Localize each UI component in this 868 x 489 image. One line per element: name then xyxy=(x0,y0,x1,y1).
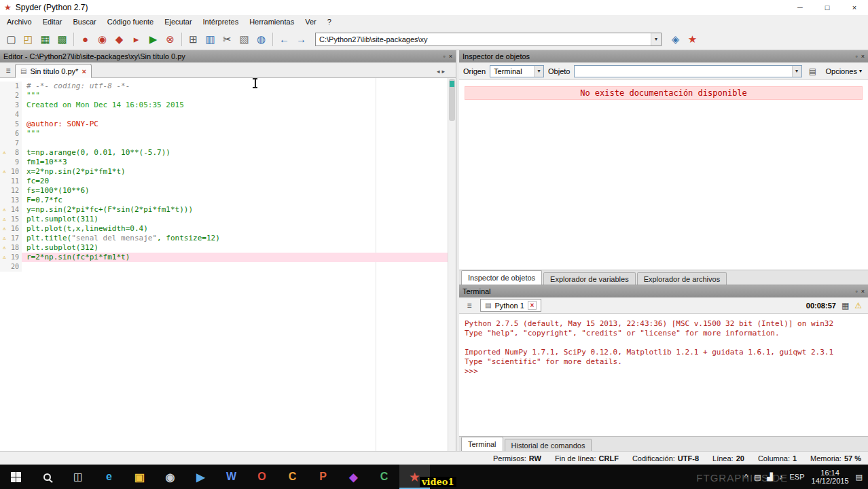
tab-scroll-left-icon[interactable]: ◂ xyxy=(437,68,440,75)
new-file-icon[interactable]: ▢ xyxy=(3,31,20,48)
line-number: 16 xyxy=(9,224,22,234)
menu-item[interactable]: Código fuente xyxy=(102,16,160,27)
close-icon[interactable]: × xyxy=(449,53,452,60)
toolbar: ▢◰▦▩●◉◆▸▶⊗⊞▥✂▧◍←→ C:\Python27\lib\site-p… xyxy=(0,29,868,50)
code-line: 12 fs=100*(10**6) xyxy=(0,186,456,196)
undock-icon[interactable]: ▫ xyxy=(856,53,858,60)
taskbar-powerpoint-icon[interactable]: P xyxy=(308,465,338,489)
terminal-output[interactable]: Python 2.7.5 (default, May 15 2013, 22:4… xyxy=(459,314,868,436)
plot-icon[interactable]: ▥ xyxy=(202,31,219,48)
object-input[interactable]: ▾ xyxy=(574,65,801,77)
gutter: 6 xyxy=(0,129,22,139)
chevron-down-icon[interactable]: ▾ xyxy=(534,66,543,77)
spyder-logo-icon: ★ xyxy=(4,3,12,12)
close-icon[interactable]: × xyxy=(861,53,865,60)
line-number: 8 xyxy=(9,148,22,158)
toolbar-left-icons: ▢◰▦▩●◉◆▸▶⊗⊞▥✂▧◍←→ xyxy=(3,31,310,48)
menu-item[interactable]: Ejecutar xyxy=(159,16,197,27)
undock-icon[interactable]: ▫ xyxy=(856,288,858,295)
taskbar-dvd-icon[interactable]: ◉ xyxy=(155,465,185,489)
menu-item[interactable]: Ver xyxy=(300,16,322,27)
panel-tab[interactable]: Explorador de variables xyxy=(543,272,636,285)
taskbar-opera-icon[interactable]: O xyxy=(247,465,277,489)
console-close-icon[interactable]: × xyxy=(528,301,537,310)
browse-tabs-icon[interactable]: ≡ xyxy=(1,64,15,77)
terminal-console-tab[interactable]: ▤ Python 1 × xyxy=(480,299,541,312)
panel-tab[interactable]: Historial de comandos xyxy=(505,439,592,451)
terminal-line: >>> xyxy=(465,367,863,376)
open-file-icon[interactable]: ◰ xyxy=(20,31,37,48)
line-number: 2 xyxy=(9,91,22,101)
run-selection-icon[interactable]: ◆ xyxy=(111,31,128,48)
editor-tab[interactable]: ▤ Sin título 0.py* × xyxy=(15,64,92,78)
console-icon[interactable]: ⊞ xyxy=(185,31,202,48)
minimize-button[interactable]: ─ xyxy=(786,0,814,15)
web-icon[interactable]: ◍ xyxy=(253,31,270,48)
maximize-button[interactable]: □ xyxy=(814,0,841,15)
close-button[interactable]: × xyxy=(841,0,868,15)
editor-scrollbar[interactable] xyxy=(448,78,456,451)
taskbar-app-icon[interactable]: C xyxy=(277,465,308,489)
start-button[interactable] xyxy=(0,465,31,489)
debug-file-icon[interactable]: ● xyxy=(77,31,94,48)
panel-tab[interactable]: Inspector de objetos xyxy=(461,270,542,285)
warning-icon xyxy=(0,101,9,110)
chevron-down-icon[interactable]: ▾ xyxy=(651,33,661,46)
menu-item[interactable]: Archivo xyxy=(1,16,37,27)
undock-icon[interactable]: ▫ xyxy=(444,53,446,60)
panel-tab[interactable]: Terminal xyxy=(461,437,503,451)
sep[interactable] xyxy=(181,33,182,46)
menu-item[interactable]: Editar xyxy=(37,16,68,27)
back-icon[interactable]: ← xyxy=(276,31,293,48)
sep[interactable] xyxy=(272,33,273,46)
rich-text-icon[interactable]: ▤ xyxy=(806,65,820,78)
taskbar-media-icon[interactable]: ▶ xyxy=(185,465,216,489)
tab-scroll-right-icon[interactable]: ▸ xyxy=(441,68,445,75)
save-all-icon[interactable]: ▩ xyxy=(54,31,71,48)
origin-select[interactable]: Terminal ▾ xyxy=(490,65,544,77)
gutter: 15 xyxy=(0,215,22,224)
menu-item[interactable]: Herramientas xyxy=(244,16,300,27)
panel-tab[interactable]: Explorador de archivos xyxy=(637,272,727,285)
menu-item[interactable]: Buscar xyxy=(67,16,101,27)
no-documentation-message: No existe documentación disponible xyxy=(465,86,863,100)
status-item: Codificación:UTF-8 xyxy=(632,454,699,463)
taskbar-app-icon[interactable]: C xyxy=(369,465,399,489)
cut-icon[interactable]: ✂ xyxy=(219,31,236,48)
terminal-line xyxy=(465,338,863,348)
console-menu-icon[interactable]: ≡ xyxy=(463,299,476,312)
working-directory-combo[interactable]: C:\Python27\lib\site-packages\xy ▾ xyxy=(315,33,662,46)
close-icon[interactable]: × xyxy=(861,288,865,295)
action-center-icon[interactable]: ▤ xyxy=(856,473,863,482)
save-icon[interactable]: ▦ xyxy=(37,31,54,48)
stop-icon[interactable]: ⊗ xyxy=(162,31,179,48)
menu-item[interactable]: Intérpretes xyxy=(198,16,245,27)
code-text: fc=20 xyxy=(22,177,456,186)
warning-icon[interactable]: ⚠ xyxy=(854,301,862,310)
editor-tab-label: Sin título 0.py* xyxy=(30,67,78,75)
code-text: x=2*np.sin(2*pi*fm1*t) xyxy=(22,167,456,177)
taskbar-clock[interactable]: 16:14 14/12/2015 xyxy=(812,469,849,485)
code-editor[interactable]: 1 # -*- coding: utf-8 -*- 2 """ xyxy=(0,78,456,451)
menu-item[interactable]: ? xyxy=(322,16,337,27)
language-indicator[interactable]: ESP xyxy=(790,473,805,481)
python-logo-icon[interactable]: ◈ xyxy=(667,31,684,48)
forward-icon[interactable]: → xyxy=(293,31,310,48)
spyder-icon[interactable]: ★ xyxy=(684,31,701,48)
options-button[interactable]: Opciones ▾ xyxy=(824,67,865,75)
taskbar-word-icon[interactable]: W xyxy=(216,465,247,489)
status-item: Fin de línea:CRLF xyxy=(555,454,619,463)
interrupt-icon[interactable]: ▦ xyxy=(842,301,849,310)
sep[interactable] xyxy=(73,33,74,46)
taskbar-edge-icon[interactable]: e xyxy=(94,465,124,489)
run-icon[interactable]: ▶ xyxy=(145,31,162,48)
taskbar-explorer-icon[interactable]: ▣ xyxy=(124,465,155,489)
layers-icon[interactable]: ▧ xyxy=(236,31,253,48)
taskbar-search-button[interactable] xyxy=(31,465,62,489)
chevron-down-icon[interactable]: ▾ xyxy=(792,66,801,77)
taskbar-app-icon[interactable]: ◆ xyxy=(338,465,369,489)
task-view-button[interactable]: ◫ xyxy=(62,465,94,489)
continue-icon[interactable]: ▸ xyxy=(128,31,145,48)
debug-cell-icon[interactable]: ◉ xyxy=(94,31,111,48)
tab-close-icon[interactable]: × xyxy=(82,67,86,75)
